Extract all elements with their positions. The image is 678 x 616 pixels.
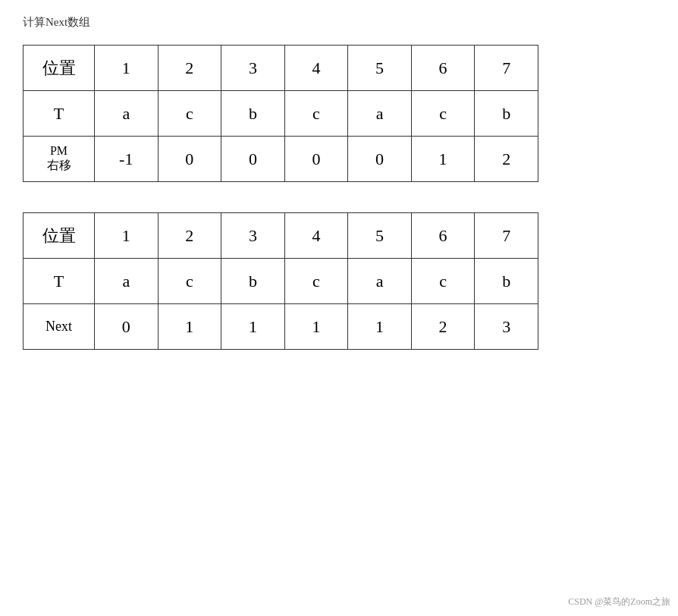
cell-r2-c6: 2	[475, 137, 538, 182]
cell-r2-c1: 1	[158, 304, 221, 350]
cell-r2-c3: 0	[284, 137, 348, 182]
cell-r0-c0: 1	[95, 213, 159, 259]
cell-r2-c4: 1	[348, 304, 412, 350]
cell-r1-c4: a	[348, 91, 412, 137]
table2-container: 位置1234567TacbcacbNext0111123	[23, 212, 655, 350]
cell-r0-c2: 3	[221, 46, 285, 91]
cell-r0-c0: 1	[95, 46, 159, 91]
cell-r2-c4: 0	[348, 137, 412, 182]
cell-r1-c6: b	[475, 91, 538, 137]
cell-r1-c5: c	[411, 259, 475, 304]
table-row: 位置1234567	[24, 46, 538, 91]
page-title: 计算Next数组	[23, 15, 655, 30]
cell-r2-c0: -1	[95, 137, 159, 182]
table-row: 位置1234567	[24, 213, 538, 259]
table-row: Tacbcacb	[24, 91, 538, 137]
cell-r0-c2: 3	[221, 213, 285, 259]
cell-r1-c1: c	[158, 91, 221, 137]
table-row: Next0111123	[24, 304, 538, 350]
cell-r1-c2: b	[221, 259, 285, 304]
table1: 位置1234567TacbcacbPM右移-1000012	[23, 45, 538, 182]
cell-r0-c5: 6	[411, 213, 475, 259]
cell-r2-c1: 0	[158, 137, 221, 182]
row-header-0: 位置	[24, 213, 95, 259]
cell-r2-c5: 2	[411, 304, 475, 350]
cell-r1-c0: a	[95, 91, 159, 137]
table-row: PM右移-1000012	[24, 137, 538, 182]
cell-r1-c5: c	[411, 91, 475, 137]
row-header-2: PM右移	[24, 137, 95, 182]
cell-r0-c5: 6	[411, 46, 475, 91]
watermark: CSDN @菜鸟的Zoom之旅	[568, 596, 670, 608]
cell-r1-c3: c	[284, 259, 348, 304]
cell-r0-c3: 4	[284, 213, 348, 259]
cell-r0-c4: 5	[348, 46, 412, 91]
cell-r1-c4: a	[348, 259, 412, 304]
table1-container: 位置1234567TacbcacbPM右移-1000012	[23, 45, 655, 182]
cell-r1-c1: c	[158, 259, 221, 304]
cell-r0-c1: 2	[158, 213, 221, 259]
cell-r0-c4: 5	[348, 213, 412, 259]
row-header-1: T	[24, 259, 95, 304]
cell-r1-c2: b	[221, 91, 285, 137]
row-header-1: T	[24, 91, 95, 137]
cell-r2-c3: 1	[284, 304, 348, 350]
cell-r2-c6: 3	[475, 304, 538, 350]
cell-r0-c1: 2	[158, 46, 221, 91]
cell-r2-c5: 1	[411, 137, 475, 182]
cell-r1-c0: a	[95, 259, 159, 304]
cell-r0-c3: 4	[284, 46, 348, 91]
cell-r2-c0: 0	[95, 304, 159, 350]
cell-r2-c2: 1	[221, 304, 285, 350]
table2: 位置1234567TacbcacbNext0111123	[23, 212, 538, 350]
cell-r1-c3: c	[284, 91, 348, 137]
table-row: Tacbcacb	[24, 259, 538, 304]
cell-r2-c2: 0	[221, 137, 285, 182]
cell-r0-c6: 7	[475, 213, 538, 259]
row-header-2: Next	[24, 304, 95, 350]
cell-r0-c6: 7	[475, 46, 538, 91]
cell-r1-c6: b	[475, 259, 538, 304]
row-header-0: 位置	[24, 46, 95, 91]
